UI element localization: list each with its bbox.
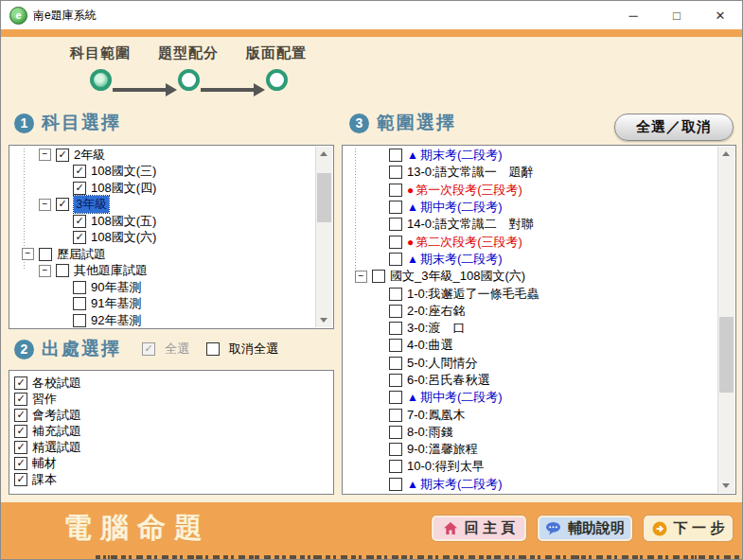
step-3[interactable]: 版面配置 <box>234 44 319 91</box>
tree-item-label[interactable]: 第一次段考(三段考) <box>416 182 522 199</box>
maximize-button[interactable]: □ <box>655 1 699 29</box>
tree-item-label[interactable]: 其他題庫試題 <box>74 262 148 279</box>
tree-checkbox[interactable] <box>73 165 86 178</box>
deselect-all-checkbox[interactable]: 取消全選 <box>206 341 278 358</box>
step-2[interactable]: 題型配分 <box>146 44 231 91</box>
tree-item-label[interactable]: 期末考(二段考) <box>420 476 503 493</box>
tree-item-label[interactable]: 歷屆試題 <box>57 246 106 263</box>
tree-checkbox[interactable] <box>73 314 86 327</box>
tree-checkbox[interactable] <box>73 182 86 195</box>
tree-checkbox[interactable] <box>389 409 402 422</box>
tree-item-label[interactable]: 3年級 <box>74 196 109 213</box>
tree-checkbox[interactable] <box>389 460 402 473</box>
tree-checkbox[interactable] <box>389 391 402 404</box>
source-checkbox[interactable] <box>14 473 27 486</box>
tree-item-label[interactable]: 2年級 <box>74 147 105 164</box>
tree-item-label[interactable]: 6-0:呂氏春秋選 <box>407 372 489 389</box>
scroll-down-icon[interactable] <box>316 312 332 327</box>
step-1[interactable]: 科目範圍 <box>58 44 143 91</box>
tree-checkbox[interactable] <box>372 270 385 283</box>
tree-checkbox[interactable] <box>56 198 69 211</box>
tree-item-label[interactable]: 期中考(二段考) <box>420 389 503 406</box>
source-checkbox[interactable] <box>14 393 27 406</box>
subject-tree-scrollbar[interactable] <box>315 147 332 327</box>
close-button[interactable]: ✕ <box>699 1 742 29</box>
expander-minus-icon[interactable]: − <box>39 265 51 277</box>
help-button[interactable]: 輔助說明 <box>538 516 632 541</box>
tree-item-label[interactable]: 90年基測 <box>91 279 141 296</box>
tree-checkbox[interactable] <box>389 184 402 197</box>
tree-item-label[interactable]: 國文_3年級_108國文(六) <box>390 268 525 285</box>
tree-checkbox[interactable] <box>73 231 86 244</box>
tree-checkbox[interactable] <box>73 281 86 294</box>
tree-item-label[interactable]: 5-0:人間情分 <box>407 355 477 372</box>
tree-item-label[interactable]: 91年基測 <box>91 295 141 312</box>
tree-checkbox[interactable] <box>389 149 402 162</box>
expander-minus-icon[interactable]: − <box>39 149 51 161</box>
tree-item-label[interactable]: 3-0:渡 口 <box>407 320 465 337</box>
tree-item-label[interactable]: 10-0:得到太早 <box>407 458 485 475</box>
source-checkbox[interactable] <box>14 409 27 422</box>
tree-item-label[interactable]: 1-0:我邂逅了一條毛毛蟲 <box>407 286 539 303</box>
expander-minus-icon[interactable]: − <box>39 199 51 211</box>
source-checkbox[interactable] <box>14 441 27 454</box>
expander-minus-icon[interactable]: − <box>355 271 367 283</box>
select-all-checkbox[interactable]: 全選 <box>142 341 189 358</box>
tree-checkbox[interactable] <box>389 374 402 387</box>
tree-checkbox[interactable] <box>389 357 402 370</box>
tree-checkbox[interactable] <box>56 264 69 277</box>
tree-item-label[interactable]: 9-0:溫馨旅程 <box>407 441 477 458</box>
scroll-thumb[interactable] <box>719 317 734 393</box>
tree-item-label[interactable]: 期中考(二段考) <box>420 199 503 216</box>
tree-checkbox[interactable] <box>389 322 402 335</box>
tree-checkbox[interactable] <box>389 236 402 249</box>
tree-item-label[interactable]: 108國文(三) <box>91 163 156 180</box>
source-checkbox[interactable] <box>14 425 27 438</box>
tree-checkbox[interactable] <box>39 248 52 261</box>
tree-checkbox[interactable] <box>73 297 86 310</box>
tree-checkbox[interactable] <box>73 215 86 228</box>
source-checkbox[interactable] <box>14 376 27 390</box>
tree-checkbox[interactable] <box>389 305 402 318</box>
minimize-button[interactable]: ─ <box>611 1 655 29</box>
tree-item-label[interactable]: 期末考(二段考) <box>420 251 503 268</box>
source-item-label[interactable]: 精選試題 <box>32 439 81 456</box>
tree-checkbox[interactable] <box>389 288 402 301</box>
tree-item-label[interactable]: 4-0:曲選 <box>407 337 452 354</box>
tree-item-label[interactable]: 108國文(六) <box>91 229 156 246</box>
tree-item-label[interactable]: 2-0:座右銘 <box>407 303 465 320</box>
deselect-all-checkbox-box[interactable] <box>206 342 220 356</box>
tree-checkbox[interactable] <box>389 339 402 352</box>
source-checkbox[interactable] <box>14 457 27 470</box>
tree-checkbox[interactable] <box>389 253 402 266</box>
scroll-down-icon[interactable] <box>718 478 734 493</box>
source-item-label[interactable]: 各校試題 <box>32 375 81 392</box>
tree-item-label[interactable]: 8-0:雨錢 <box>407 424 452 441</box>
select-all-checkbox-box[interactable] <box>142 342 155 356</box>
tree-item-label[interactable]: 13-0:語文常識一 題辭 <box>407 164 534 181</box>
scroll-up-icon[interactable] <box>718 147 734 162</box>
tree-item-label[interactable]: 期末考(二段考) <box>420 147 503 164</box>
tree-item-label[interactable]: 108國文(四) <box>91 180 156 197</box>
tree-checkbox[interactable] <box>389 166 402 179</box>
select-all-toggle-button[interactable]: 全選／取消 <box>614 114 734 141</box>
range-tree-scrollbar[interactable] <box>717 147 734 493</box>
source-item-label[interactable]: 輔材 <box>32 455 57 472</box>
source-item-label[interactable]: 課本 <box>32 471 57 488</box>
home-button[interactable]: 回 主 頁 <box>432 516 526 541</box>
tree-checkbox[interactable] <box>389 443 402 456</box>
tree-checkbox[interactable] <box>389 426 402 439</box>
tree-checkbox[interactable] <box>389 201 402 214</box>
scroll-up-icon[interactable] <box>316 147 332 162</box>
expander-minus-icon[interactable]: − <box>22 248 34 260</box>
tree-item-label[interactable]: 7-0:鳳凰木 <box>407 407 465 424</box>
next-step-button[interactable]: 下 一 步 <box>644 516 733 541</box>
tree-checkbox[interactable] <box>389 478 402 491</box>
source-item-label[interactable]: 習作 <box>32 391 57 408</box>
tree-item-label[interactable]: 14-0:語文常識二 對聯 <box>407 216 534 233</box>
scroll-thumb[interactable] <box>317 173 331 222</box>
source-item-label[interactable]: 會考試題 <box>32 407 81 424</box>
source-item-label[interactable]: 補充試題 <box>32 423 81 440</box>
tree-item-label[interactable]: 108國文(五) <box>91 213 156 230</box>
tree-item-label[interactable]: 第二次段考(三段考) <box>416 234 522 251</box>
